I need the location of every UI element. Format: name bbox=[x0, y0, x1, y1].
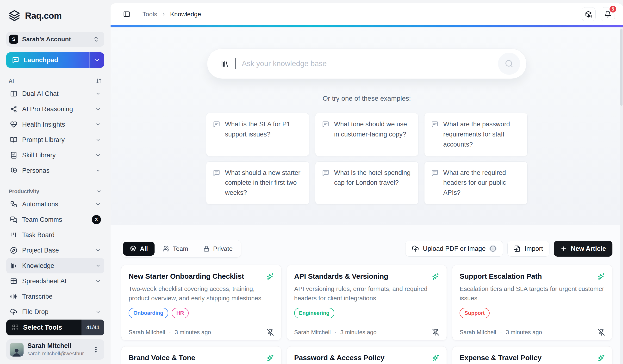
example-question-card[interactable]: What are the password requirements for s… bbox=[424, 113, 528, 156]
article-time: 3 minutes ago bbox=[340, 329, 377, 336]
article-card[interactable]: Expense & Travel Policy Expense approval… bbox=[452, 346, 612, 364]
sidebar-item-file-drop[interactable]: File Drop bbox=[6, 304, 104, 320]
account-switcher[interactable]: S Sarah's Account bbox=[6, 32, 104, 47]
meta-separator bbox=[499, 329, 503, 336]
sidebar-item-spreadsheet-ai[interactable]: Spreadsheet AI bbox=[6, 273, 104, 289]
sparkles-icon[interactable] bbox=[266, 273, 274, 280]
filter-tab-private[interactable]: Private bbox=[196, 242, 239, 256]
new-article-button[interactable]: New Article bbox=[554, 241, 612, 257]
tag[interactable]: Onboarding bbox=[129, 308, 168, 318]
example-question-card[interactable]: What are the required headers for our pu… bbox=[424, 161, 528, 205]
sidebar-toggle-icon[interactable] bbox=[122, 9, 132, 19]
chevron-down-icon bbox=[95, 247, 101, 253]
kanban-icon bbox=[10, 231, 17, 238]
launchpad-main[interactable]: Launchpad bbox=[6, 52, 89, 68]
upload-label: Upload PDF or Image bbox=[423, 245, 486, 253]
sidebar-item-label: Task Board bbox=[22, 231, 101, 239]
breadcrumb-parent[interactable]: Tools bbox=[143, 11, 157, 18]
sidebar-item-personas[interactable]: Personas bbox=[6, 163, 104, 178]
article-card[interactable]: API Standards & Versioning API versionin… bbox=[287, 265, 447, 341]
scrollbar[interactable] bbox=[620, 27, 623, 364]
sparkles-icon[interactable] bbox=[597, 273, 605, 280]
layers-icon bbox=[130, 245, 136, 252]
sidebar-item-ai-pro-reasoning[interactable]: AI Pro Reasoning bbox=[6, 101, 104, 117]
profile-menu-icon[interactable] bbox=[91, 344, 101, 355]
article-title: API Standards & Versioning bbox=[294, 272, 428, 280]
profile-name: Sarah Mitchell bbox=[27, 342, 87, 350]
chevron-down-icon bbox=[95, 201, 101, 207]
examples-grid: What is the SLA for P1 support issues? W… bbox=[206, 113, 528, 204]
search-input[interactable] bbox=[242, 59, 492, 68]
knowledge-search[interactable] bbox=[207, 48, 527, 79]
article-title: Brand Voice & Tone bbox=[129, 354, 263, 362]
notifications-button[interactable]: 5 bbox=[601, 7, 615, 21]
chevrons-up-down-icon bbox=[93, 36, 99, 43]
sidebar-item-label: Knowledge bbox=[22, 262, 90, 270]
pin-off-icon[interactable] bbox=[432, 329, 439, 336]
message-square-icon bbox=[322, 169, 329, 198]
audio-waveform-icon bbox=[10, 293, 17, 300]
example-question-text: What is the SLA for P1 support issues? bbox=[225, 119, 302, 150]
account-name: Sarah's Account bbox=[22, 36, 89, 43]
profile-card[interactable]: Sarah Mitchell sarah.mitchell@westbur... bbox=[6, 339, 104, 360]
filter-tab-all[interactable]: All bbox=[123, 242, 155, 256]
filter-tab-team[interactable]: Team bbox=[156, 242, 195, 256]
sidebar-item-team-comms[interactable]: Team Comms 3 bbox=[6, 212, 104, 227]
library-icon bbox=[10, 262, 17, 269]
masks-icon bbox=[10, 167, 17, 174]
sidebar-item-knowledge[interactable]: Knowledge bbox=[6, 258, 104, 273]
sidebar-item-label: Health Insights bbox=[22, 121, 90, 128]
select-tools-main: Select Tools bbox=[6, 324, 82, 331]
launchpad-dropdown[interactable] bbox=[89, 52, 104, 68]
info-icon[interactable] bbox=[489, 245, 497, 252]
scrollbar-thumb[interactable] bbox=[620, 29, 623, 106]
article-author: Sarah Mitchell bbox=[460, 329, 496, 336]
tag[interactable]: HR bbox=[172, 308, 189, 318]
sidebar-item-project-base[interactable]: Project Base bbox=[6, 243, 104, 258]
brand: Raq.com bbox=[8, 10, 102, 22]
sidebar-item-skill-library[interactable]: Skill Library bbox=[6, 148, 104, 163]
visibility-filter: All Team Private bbox=[121, 240, 241, 257]
section-header-productivity[interactable]: Productivity bbox=[9, 188, 102, 195]
sidebar-item-task-board[interactable]: Task Board bbox=[6, 227, 104, 243]
article-body: Support Escalation Path Escalation tiers… bbox=[452, 265, 612, 324]
sparkles-icon[interactable] bbox=[597, 354, 605, 362]
sidebar-item-health-insights[interactable]: Health Insights bbox=[6, 117, 104, 132]
import-button[interactable]: Import bbox=[507, 241, 549, 257]
breadcrumb: Tools Knowledge bbox=[143, 11, 201, 18]
sort-icon[interactable] bbox=[96, 78, 102, 84]
article-card[interactable]: New Starter Onboarding Checklist Two-wee… bbox=[121, 265, 281, 341]
select-tools-button[interactable]: Select Tools 41/41 bbox=[6, 320, 104, 335]
tag[interactable]: Support bbox=[460, 308, 489, 318]
library-icon bbox=[221, 60, 229, 68]
example-question-card[interactable]: What is the hotel spending cap for Londo… bbox=[315, 161, 419, 205]
launchpad-button[interactable]: Launchpad bbox=[6, 52, 104, 68]
package-search-button[interactable] bbox=[582, 7, 596, 21]
chevron-down-icon bbox=[95, 168, 101, 173]
sidebar-item-transcribe[interactable]: Transcribe bbox=[6, 289, 104, 304]
pin-off-icon[interactable] bbox=[267, 329, 274, 336]
article-card[interactable]: Support Escalation Path Escalation tiers… bbox=[452, 265, 612, 341]
example-question-card[interactable]: What is the SLA for P1 support issues? bbox=[206, 113, 309, 156]
example-question-card[interactable]: What should a new starter complete in th… bbox=[206, 161, 309, 205]
sparkles-icon[interactable] bbox=[432, 273, 439, 280]
sparkles-icon[interactable] bbox=[432, 354, 439, 362]
tools-count-badge: 41/41 bbox=[82, 320, 104, 335]
sparkles-icon[interactable] bbox=[266, 354, 274, 362]
account-avatar: S bbox=[9, 35, 18, 44]
tag[interactable]: Engineering bbox=[294, 308, 334, 318]
article-card[interactable]: Brand Voice & Tone Tone guidance with ap… bbox=[121, 346, 281, 364]
sidebar-item-dual-ai-chat[interactable]: Dual AI Chat bbox=[6, 86, 104, 101]
example-question-text: What should a new starter complete in th… bbox=[225, 168, 302, 198]
sidebar-item-automations[interactable]: Automations bbox=[6, 196, 104, 212]
pin-off-icon[interactable] bbox=[598, 329, 605, 336]
article-card[interactable]: Password & Access Policy Password comple… bbox=[287, 346, 447, 364]
upload-pdf-button[interactable]: Upload PDF or Image bbox=[405, 241, 503, 257]
sidebar-item-prompt-library[interactable]: Prompt Library bbox=[6, 132, 104, 148]
chat-bubble-icon bbox=[12, 56, 19, 64]
article-title: Support Escalation Path bbox=[460, 272, 593, 280]
sidebar-nav-productivity: Automations Team Comms 3 Task Board Proj… bbox=[6, 196, 104, 320]
example-question-card[interactable]: What tone should we use in customer-faci… bbox=[315, 113, 419, 156]
search-icon[interactable] bbox=[498, 53, 520, 75]
article-title: Password & Access Policy bbox=[294, 354, 428, 362]
